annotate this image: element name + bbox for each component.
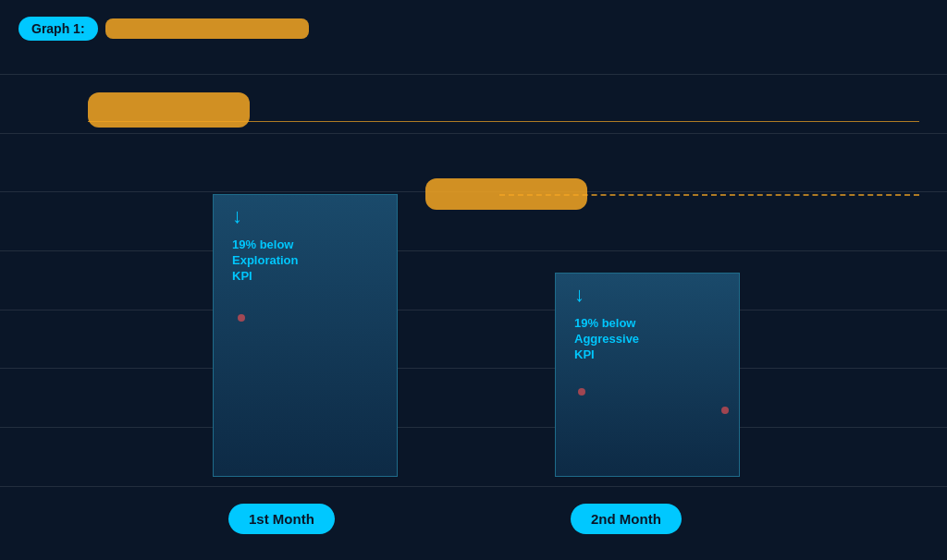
grid-line xyxy=(0,427,947,428)
chart-container: Graph 1: ↓ 19% below Exploration KPI ↓ 1… xyxy=(0,0,947,560)
grid-line xyxy=(0,368,947,369)
reference-line-1 xyxy=(88,121,919,122)
grid-line xyxy=(0,250,947,251)
grid-line xyxy=(0,310,947,310)
graph-title-area: Graph 1: xyxy=(18,17,309,41)
data-dot-1 xyxy=(238,314,245,322)
kpi-reference-badge-1 xyxy=(88,92,250,128)
grid-line xyxy=(0,133,947,134)
data-dot-4 xyxy=(721,407,729,414)
month-badge-2: 2nd Month xyxy=(571,504,682,534)
grid-line xyxy=(0,486,947,487)
bar-1-label: 19% below Exploration KPI xyxy=(223,228,387,285)
arrow-down-icon-2: ↓ xyxy=(574,283,730,307)
grid-line xyxy=(0,74,947,75)
bar-2-label: 19% below Aggressive KPI xyxy=(565,307,730,363)
data-dot-3 xyxy=(578,388,585,396)
grid-lines xyxy=(0,74,947,486)
graph-label: Graph 1: xyxy=(18,17,98,41)
graph-title-highlight xyxy=(105,18,309,39)
bar-1: ↓ 19% below Exploration KPI xyxy=(213,194,398,477)
bar-2: ↓ 19% below Aggressive KPI xyxy=(555,273,740,477)
reference-line-2 xyxy=(499,194,919,196)
arrow-down-icon-1: ↓ xyxy=(232,204,387,228)
month-badge-1: 1st Month xyxy=(228,504,335,534)
